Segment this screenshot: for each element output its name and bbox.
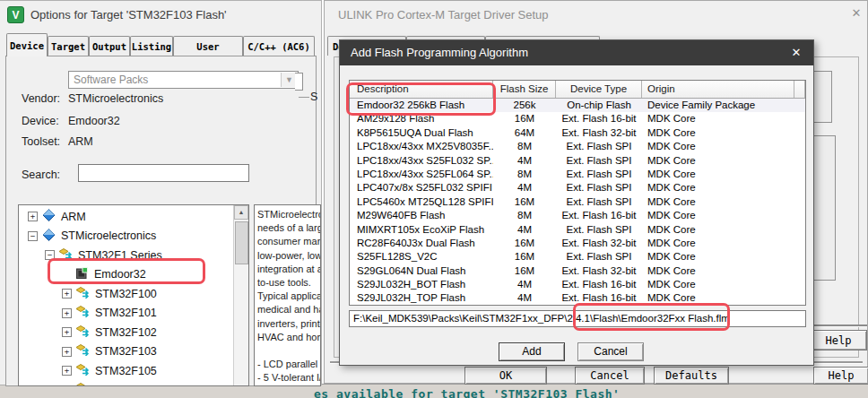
table-row[interactable]: LPC18xx/43xx S25FL032 SP...4MExt. Flash … (350, 154, 805, 168)
tab-output[interactable]: Output (89, 36, 130, 56)
algorithm-table: DescriptionFlash SizeDevice TypeOrigin E… (349, 80, 806, 306)
table-row[interactable]: S29JL032H_BOT Flash4MExt. Flash 16-bitMD… (350, 278, 805, 291)
defaults-button[interactable]: Defaults (654, 367, 729, 385)
table-row[interactable]: K8P5615UQA Dual Flash64MExt. Flash 32-bi… (350, 126, 805, 140)
software-packs-combobox[interactable]: Software Packs ▼ (68, 71, 299, 89)
table-cell: Ext. Flash SPI (556, 181, 642, 195)
column-header-stub[interactable] (794, 81, 805, 98)
table-row[interactable]: RC28F640J3x Dual Flash16MExt. Flash 32-b… (350, 237, 805, 250)
series-icon (76, 344, 91, 359)
column-header-origin[interactable]: Origin (642, 81, 794, 98)
column-header-device-type[interactable]: Device Type (556, 81, 642, 98)
description-line: - Timer with quadrature (incremental) (257, 385, 320, 386)
description-line: - 5 V-tolerant I/Os (257, 371, 320, 385)
tree-item-arm[interactable]: +ARM (21, 207, 232, 227)
collapse-icon[interactable]: − (45, 250, 55, 260)
hidden-control-fragment-2 (812, 135, 836, 281)
table-cell: LPC18xx/43xx MX25V8035F... (350, 140, 493, 153)
table-row[interactable]: S29GL064N Dual Flash16MExt. Flash 32-bit… (350, 264, 805, 278)
table-row[interactable]: LPC407x/8x S25FL032 SPIFI4MExt. Flash SP… (350, 181, 805, 195)
cancel-button-ulink[interactable]: Cancel (575, 367, 645, 385)
tree-item-label: STM32F105 (95, 365, 157, 377)
search-input[interactable] (78, 164, 249, 182)
table-cell: RC28F640J3x Dual Flash (350, 237, 493, 250)
table-cell: Ext. Flash 32-bit (556, 237, 642, 250)
expand-icon[interactable]: + (62, 366, 72, 376)
expand-icon[interactable]: + (62, 327, 72, 337)
table-cell: Ext. Flash SPI (556, 195, 642, 209)
help-button[interactable]: Help (813, 367, 868, 385)
tree-item-stmicroelectronics[interactable]: −STMicroelectronics (21, 227, 232, 247)
tree-item-stm32f100[interactable]: +STM32F100 (21, 284, 232, 304)
device-value: Emdoor32 (68, 115, 120, 127)
tab-listing[interactable]: Listing (130, 36, 173, 56)
column-header-description[interactable]: Description (350, 81, 493, 98)
expand-icon[interactable]: + (62, 308, 72, 318)
table-row[interactable]: S29JL032H_TOP Flash4MExt. Flash 16-bitMD… (350, 291, 805, 305)
table-cell: Emdoor32 256kB Flash (350, 99, 493, 112)
table-row[interactable]: AM29x128 Flash16MExt. Flash 16-bitMDK Co… (350, 112, 805, 125)
add-flash-algorithm-dialog: Add Flash Programming Algorithm ✕ Descri… (339, 39, 814, 366)
expand-icon[interactable]: + (62, 289, 72, 298)
close-icon[interactable]: ✕ (848, 6, 864, 20)
tab-user[interactable]: User (173, 36, 243, 56)
add-dialog-titlebar: Add Flash Programming Algorithm ✕ (340, 40, 813, 65)
table-cell: 4M (493, 223, 556, 237)
column-header-flash-size[interactable]: Flash Size (493, 81, 556, 98)
add-button[interactable]: Add (499, 342, 565, 361)
table-cell: MDK Core (642, 195, 794, 209)
tree-item-label: Emdoor32 (94, 268, 146, 281)
description-line: - LCD parallel interface, 8080/6800 (257, 358, 320, 371)
tree-item-stm32f107[interactable]: +STM32F107 (21, 381, 232, 387)
description-line: integration at accessible prices with (257, 263, 320, 276)
table-row[interactable]: M29W640FB Flash8MExt. Flash 16-bitMDK Co… (350, 209, 805, 222)
vendor-icon (42, 209, 57, 224)
vendor-icon (42, 229, 57, 244)
tree-item-stm32f105[interactable]: +STM32F105 (21, 361, 232, 381)
ok-button[interactable]: OK (464, 367, 547, 385)
description-line: Typical applications include motor (257, 290, 320, 303)
device-tree-rows: +ARM−STMicroelectronics−STM32F1 SeriesEm… (21, 207, 232, 386)
tree-item-emdoor32[interactable]: Emdoor32 (21, 265, 232, 285)
table-cell: S29GL064N Dual Flash (350, 264, 493, 278)
expand-icon[interactable]: + (28, 212, 38, 221)
table-cell: Ext. Flash SPI (556, 168, 642, 181)
close-icon[interactable]: ✕ (786, 46, 806, 59)
expand-icon[interactable]: + (62, 347, 72, 357)
table-cell: MDK Core (642, 154, 794, 168)
add-dialog-title: Add Flash Programming Algorithm (351, 46, 528, 59)
table-row[interactable]: LPC5460x MT25QL128 SPIFI16MExt. Flash SP… (350, 195, 805, 209)
scroll-up-icon[interactable]: ▲ (234, 205, 248, 220)
toolset-value: ARM (68, 135, 93, 148)
build-output-text: es available for target 'STM32F103 Flash… (314, 387, 620, 398)
table-row[interactable]: Emdoor32 256kB Flash256kOn-chip FlashDev… (350, 99, 805, 112)
table-row[interactable]: LPC18xx/43xx S25FL064 SP...8MExt. Flash … (350, 168, 805, 181)
algorithm-path-field[interactable]: F:\Keil_MDK539\Packs\Keil\STM32F1xx_DFP\… (349, 310, 806, 327)
series-icon (76, 325, 91, 340)
collapse-icon[interactable]: − (28, 231, 38, 241)
tree-item-stm32f1-series[interactable]: −STM32F1 Series (21, 246, 232, 265)
table-cell: MDK Core (642, 264, 794, 278)
tab-device[interactable]: Device (6, 33, 48, 56)
tree-item-stm32f103[interactable]: +STM32F103 (21, 342, 232, 362)
table-cell: On-chip Flash (556, 99, 642, 112)
table-row[interactable]: S25FL128S_V2C16MExt. Flash SPIMDK Core (350, 250, 805, 264)
search-label: Search: (22, 169, 60, 181)
vendor-row: Vendor: STMicroelectronics (0, 92, 322, 107)
tree-item-stm32f101[interactable]: +STM32F101 (21, 304, 232, 324)
series-icon (76, 383, 91, 386)
scrollbar-thumb[interactable] (235, 221, 248, 264)
tab-c-c-ac6-[interactable]: C/C++ (AC6) (243, 36, 315, 56)
table-cell: MDK Core (642, 209, 794, 222)
cancel-button-add[interactable]: Cancel (577, 342, 644, 361)
tree-item-stm32f102[interactable]: +STM32F102 (21, 323, 232, 342)
table-cell: MDK Core (642, 126, 794, 140)
table-row[interactable]: MIMXRT105x EcoXiP Flash4MExt. Flash SPIM… (350, 223, 805, 237)
description-line: HVAC and home audio equipment. (257, 331, 320, 344)
tab-target[interactable]: Target (48, 36, 89, 56)
table-row[interactable]: LPC18xx/43xx MX25V8035F...8MExt. Flash S… (350, 140, 805, 153)
expand-icon[interactable]: + (62, 385, 72, 386)
tree-item-label: STM32F100 (95, 288, 157, 300)
tree-scrollbar[interactable]: ▲ (233, 205, 248, 385)
help-button-upper[interactable]: Help (810, 330, 867, 350)
